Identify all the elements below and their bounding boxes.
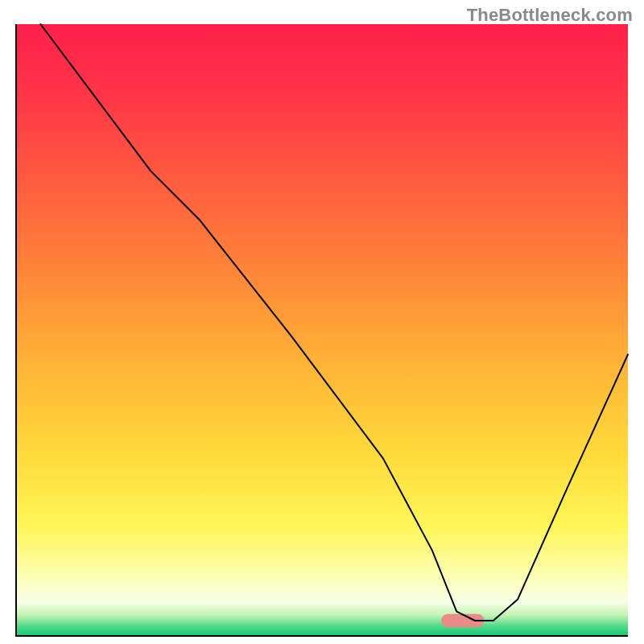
- plot-background: [16, 24, 628, 636]
- bottleneck-chart: TheBottleneck.com: [0, 0, 644, 644]
- chart-svg: [0, 0, 644, 644]
- watermark-text: TheBottleneck.com: [467, 5, 633, 26]
